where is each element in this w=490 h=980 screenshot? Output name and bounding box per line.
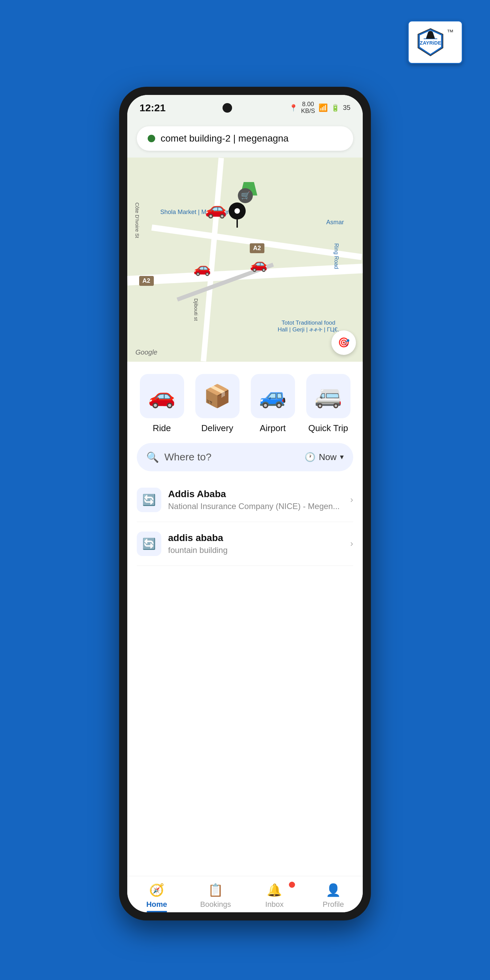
- bookings-nav-label: Bookings: [200, 900, 231, 909]
- service-ride[interactable]: 🚗 Ride: [137, 374, 187, 434]
- phone-frame: 12:21 📍 8.00 KB/S 📶 🔋 35 comet building-…: [119, 87, 371, 920]
- delivery-icon-box: 📦: [195, 374, 240, 418]
- recent-item-1[interactable]: 🔄 addis ababa fountain building ›: [137, 522, 353, 566]
- inbox-icon: 🔔: [267, 883, 282, 897]
- map-label-totot: Totot Traditional foodHall | Gerji | ቶቶት…: [278, 320, 339, 333]
- recent-searches-section: 🔄 Addis Ababa National Insurance Company…: [127, 478, 363, 876]
- where-to-text: Where to?: [164, 451, 211, 463]
- map-label-asmara: Asmar: [326, 219, 344, 226]
- compass-button[interactable]: 🎯: [331, 331, 356, 355]
- logo-tm: ™: [447, 28, 453, 36]
- arrow-icon-0: ›: [350, 495, 353, 505]
- history-icon-0: 🔄: [142, 493, 156, 506]
- data-speed: 8.00 KB/S: [301, 101, 315, 115]
- ride-label: Ride: [153, 423, 171, 434]
- where-to-bar[interactable]: 🔍 Where to? 🕐 Now ▾: [137, 443, 353, 471]
- search-icon: 🔍: [146, 451, 159, 463]
- airport-icon-box: 🚙: [251, 374, 295, 418]
- profile-nav-label: Profile: [323, 900, 344, 909]
- map-car-1: 🚗: [205, 198, 227, 219]
- map-view[interactable]: Shola Market | Megenagna Asmar Ring Road…: [127, 158, 363, 362]
- recent-subtitle-0: National Insurance Company (NICE) - Mege…: [168, 501, 343, 511]
- wifi-icon: 📶: [318, 103, 328, 112]
- recent-item-0[interactable]: 🔄 Addis Ababa National Insurance Company…: [137, 478, 353, 522]
- location-search-bar[interactable]: comet building-2 | megenagna: [137, 126, 353, 151]
- map-shop-pin: 🛒: [238, 188, 253, 203]
- home-icon: 🧭: [149, 883, 164, 897]
- services-section: 🚗 Ride 📦 Delivery 🚙 Airport: [127, 362, 363, 443]
- chevron-down-icon: ▾: [340, 453, 344, 461]
- map-car-3: 🚗: [250, 256, 267, 272]
- status-bar: 12:21 📍 8.00 KB/S 📶 🔋 35: [127, 95, 363, 121]
- ride-icon-box: 🚗: [140, 374, 184, 418]
- status-time: 12:21: [140, 102, 166, 114]
- airport-label: Airport: [259, 423, 286, 434]
- recent-title-0: Addis Ababa: [168, 488, 343, 500]
- svg-text:ZAYRiDE: ZAYRiDE: [420, 40, 441, 46]
- camera-notch: [223, 103, 232, 113]
- recent-icon-0: 🔄: [137, 488, 161, 512]
- where-to-right: 🕐 Now ▾: [305, 452, 344, 463]
- map-badge-a2-center: A2: [250, 243, 264, 253]
- recent-text-1: addis ababa fountain building: [168, 533, 343, 555]
- quick-trip-icon-box: 🚐: [306, 374, 350, 418]
- location-dot: [148, 135, 155, 142]
- map-label-ring-road: Ring Road: [333, 243, 339, 269]
- map-label-djibouti: Djibouti st: [193, 298, 199, 321]
- app-logo: ZAYRiDE ™: [408, 21, 463, 64]
- history-icon-1: 🔄: [142, 537, 156, 550]
- recent-icon-1: 🔄: [137, 531, 161, 556]
- ride-icon: 🚗: [148, 383, 176, 409]
- map-road-horizontal-2: [151, 224, 362, 260]
- delivery-icon: 📦: [204, 383, 231, 409]
- active-indicator: [147, 911, 167, 912]
- recent-subtitle-1: fountain building: [168, 546, 343, 555]
- delivery-label: Delivery: [202, 423, 234, 434]
- services-grid: 🚗 Ride 📦 Delivery 🚙 Airport: [137, 374, 353, 434]
- battery-icon: 🔋: [331, 104, 340, 112]
- service-delivery[interactable]: 📦 Delivery: [192, 374, 242, 434]
- bottom-navigation: 🧭 Home 📋 Bookings 🔔 Inbox 👤 Profile: [127, 876, 363, 912]
- google-watermark: Google: [135, 348, 158, 356]
- status-icons: 📍 8.00 KB/S 📶 🔋 35: [289, 101, 350, 115]
- current-location-text: comet building-2 | megenagna: [161, 133, 288, 144]
- bookings-icon: 📋: [208, 883, 223, 897]
- quick-trip-label: Quick Trip: [308, 423, 348, 434]
- top-search-section: comet building-2 | megenagna: [127, 121, 363, 158]
- phone-screen: 12:21 📍 8.00 KB/S 📶 🔋 35 comet building-…: [127, 95, 363, 912]
- nav-item-home[interactable]: 🧭 Home: [127, 883, 186, 909]
- inbox-notification-badge: [289, 882, 295, 888]
- where-to-left: 🔍 Where to?: [146, 451, 211, 463]
- battery-level: 35: [343, 104, 350, 111]
- service-airport[interactable]: 🚙 Airport: [248, 374, 298, 434]
- airport-icon: 🚙: [259, 383, 286, 409]
- nav-item-profile[interactable]: 👤 Profile: [304, 883, 363, 909]
- clock-icon: 🕐: [305, 452, 315, 463]
- arrow-icon-1: ›: [350, 538, 353, 549]
- recent-text-0: Addis Ababa National Insurance Company (…: [168, 488, 343, 511]
- quick-trip-icon: 🚐: [314, 383, 342, 409]
- nav-item-bookings[interactable]: 📋 Bookings: [186, 883, 245, 909]
- map-location-pin: [229, 202, 246, 228]
- map-badge-a2-left: A2: [139, 276, 154, 286]
- location-icon: 📍: [289, 104, 298, 112]
- profile-icon: 👤: [326, 883, 341, 897]
- map-car-2: 🚗: [193, 259, 211, 276]
- service-quick-trip[interactable]: 🚐 Quick Trip: [303, 374, 353, 434]
- nav-item-inbox[interactable]: 🔔 Inbox: [245, 883, 304, 909]
- map-label-cote: Côte D'Ivoire St: [134, 202, 140, 238]
- recent-title-1: addis ababa: [168, 533, 343, 543]
- now-label: Now: [319, 452, 337, 463]
- home-nav-label: Home: [146, 900, 167, 909]
- inbox-nav-label: Inbox: [266, 900, 284, 909]
- where-to-section: 🔍 Where to? 🕐 Now ▾: [127, 443, 363, 478]
